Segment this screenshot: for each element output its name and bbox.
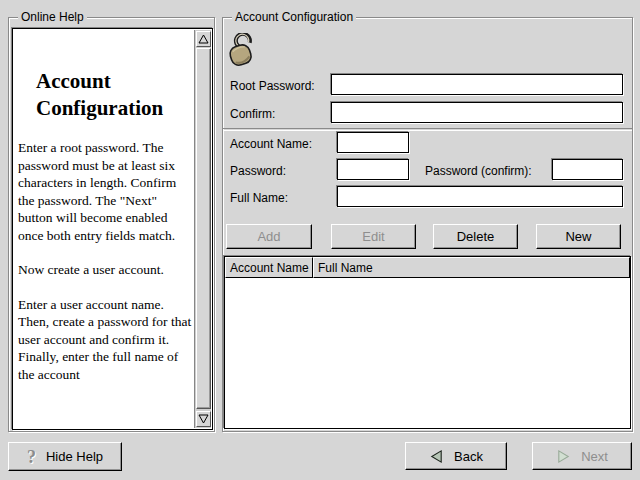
hide-help-label: Hide Help <box>46 449 103 464</box>
help-content: Account Configuration Enter a root passw… <box>14 30 194 428</box>
lock-icon <box>227 33 259 69</box>
accounts-table[interactable]: Account Name Full Name <box>224 256 631 429</box>
edit-button[interactable]: Edit <box>331 224 416 249</box>
question-mark-icon: ? <box>27 448 36 466</box>
hide-help-button[interactable]: ? Hide Help <box>8 442 122 471</box>
password-confirm-input[interactable] <box>552 159 623 180</box>
scroll-down-button[interactable] <box>196 411 211 427</box>
back-button[interactable]: Back <box>405 442 507 470</box>
help-title: Account Configuration <box>36 68 192 122</box>
help-text-area: Account Configuration Enter a root passw… <box>12 28 213 430</box>
root-password-input[interactable] <box>331 74 623 95</box>
scroll-down-icon <box>198 414 209 424</box>
column-header-full-name[interactable]: Full Name <box>313 257 630 278</box>
delete-button[interactable]: Delete <box>433 224 518 249</box>
scroll-up-button[interactable] <box>196 31 211 47</box>
password-confirm-label: Password (confirm): <box>425 164 532 178</box>
column-header-account-name[interactable]: Account Name <box>225 257 313 278</box>
scroll-up-icon <box>198 34 209 44</box>
online-help-frame-label: Online Help <box>18 10 87 24</box>
confirm-label: Confirm: <box>230 107 275 121</box>
section-separator <box>223 128 632 130</box>
help-paragraph: Now create a user account. <box>18 261 192 279</box>
accounts-table-header: Account Name Full Name <box>225 257 630 278</box>
account-configuration-frame-label: Account Configuration <box>232 10 356 24</box>
back-label: Back <box>454 449 483 464</box>
new-button[interactable]: New <box>536 224 621 249</box>
next-button[interactable]: Next <box>532 442 632 470</box>
scrollbar-thumb[interactable] <box>196 48 211 409</box>
help-scrollbar[interactable] <box>194 30 211 428</box>
confirm-password-input[interactable] <box>331 102 623 123</box>
accounts-table-body[interactable] <box>225 278 630 428</box>
full-name-input[interactable] <box>337 186 623 207</box>
next-label: Next <box>581 449 608 464</box>
next-arrow-icon <box>556 449 571 464</box>
add-button[interactable]: Add <box>226 224 312 249</box>
account-name-input[interactable] <box>337 132 409 153</box>
installer-window: Online Help Account Configuration Enter … <box>0 0 640 480</box>
account-name-label: Account Name: <box>230 137 312 151</box>
password-label: Password: <box>230 164 286 178</box>
password-input[interactable] <box>337 159 409 180</box>
help-paragraph: Enter a root password. The password must… <box>18 139 192 244</box>
root-password-label: Root Password: <box>230 79 315 93</box>
help-paragraph: Enter a user account name. Then, create … <box>18 296 192 384</box>
back-arrow-icon <box>429 449 444 464</box>
full-name-label: Full Name: <box>230 191 288 205</box>
